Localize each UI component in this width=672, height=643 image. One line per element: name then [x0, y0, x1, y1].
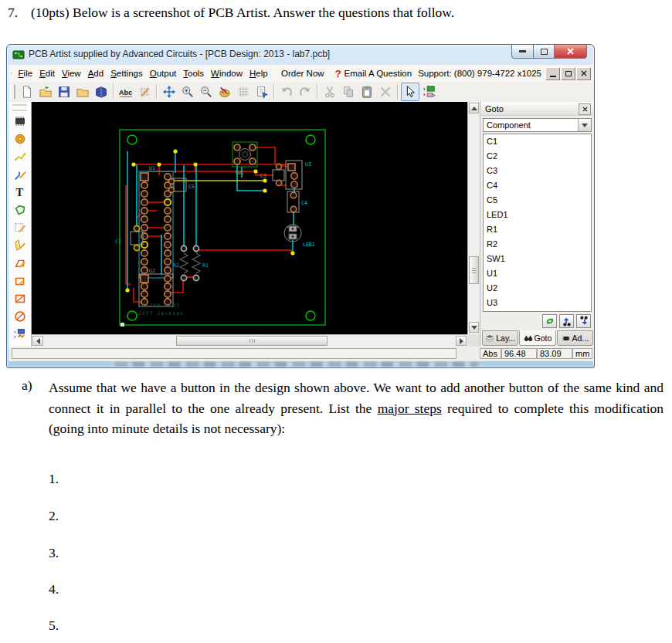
- component-listbox[interactable]: C1 C2 C3 C4 C5 LED1 R1 R2 SW1 U1 U2 U3: [483, 134, 592, 312]
- shape-rectangle-tool-icon[interactable]: [12, 272, 29, 289]
- drawing-toolbar-grip[interactable]: [12, 104, 27, 111]
- minimize-button[interactable]: [511, 45, 534, 59]
- design-properties-button[interactable]: [253, 83, 271, 101]
- menu-view[interactable]: View: [62, 69, 81, 78]
- pan-view-button[interactable]: [160, 83, 178, 101]
- left-arrow-icon: [36, 338, 40, 344]
- vertical-scrollbar[interactable]: [467, 102, 480, 334]
- status-message-field: [12, 348, 456, 359]
- menu-email-question[interactable]: Email A Question: [344, 69, 412, 78]
- pcb-label-u3: U3: [305, 161, 311, 168]
- answer-blank-1: 1.: [49, 471, 59, 487]
- menu-settings[interactable]: Settings: [110, 69, 143, 78]
- scroll-left-button[interactable]: [32, 336, 43, 346]
- list-item[interactable]: R1: [484, 222, 591, 237]
- dropdown-button[interactable]: [578, 119, 591, 131]
- menu-help[interactable]: Help: [249, 69, 268, 78]
- text-tool-icon[interactable]: T: [12, 184, 29, 200]
- mdi-minimize-button[interactable]: [545, 67, 560, 80]
- list-item[interactable]: U1: [484, 266, 591, 281]
- find-previous-button[interactable]: [559, 314, 574, 328]
- grid-edit-button[interactable]: [135, 83, 154, 101]
- list-item[interactable]: LED1: [484, 208, 591, 222]
- track-tool-icon[interactable]: [12, 166, 29, 182]
- refresh-button[interactable]: [542, 314, 557, 328]
- tab-layers[interactable]: Lay...: [482, 330, 518, 346]
- cut-button[interactable]: [321, 83, 339, 101]
- paste-button[interactable]: [358, 83, 376, 101]
- units-field: mm: [572, 348, 592, 359]
- grid-button[interactable]: [234, 83, 253, 101]
- layers-icon: [485, 334, 494, 343]
- list-item[interactable]: C2: [484, 149, 591, 164]
- open-file-button[interactable]: [36, 83, 55, 101]
- tab-add-component[interactable]: Ad...: [557, 330, 593, 346]
- right-arrow-icon: [460, 338, 463, 344]
- mdi-close-button[interactable]: [576, 67, 591, 80]
- menu-tools[interactable]: Tools: [183, 69, 204, 78]
- document-shape-tool-icon[interactable]: [12, 237, 29, 253]
- toolbar-separator: [273, 84, 275, 100]
- pcb-label-u1: U1: [149, 165, 155, 171]
- list-item[interactable]: R2: [484, 237, 591, 252]
- list-item[interactable]: C4: [484, 178, 591, 193]
- title-bar[interactable]: PCB Artist supplied by Advanced Circuits…: [7, 45, 594, 65]
- menu-window[interactable]: Window: [211, 69, 243, 78]
- keepout-rectangle-tool-icon[interactable]: [12, 290, 29, 306]
- delete-button[interactable]: [376, 83, 395, 101]
- folder-button[interactable]: [73, 83, 92, 101]
- list-item[interactable]: C3: [484, 164, 591, 178]
- connection-tool-icon[interactable]: [12, 148, 29, 164]
- zoom-out-button[interactable]: [197, 83, 216, 101]
- component-tool-icon[interactable]: [12, 113, 29, 129]
- tab-goto[interactable]: Goto: [519, 330, 555, 346]
- scroll-right-button[interactable]: [456, 336, 467, 346]
- menu-file[interactable]: File: [19, 69, 33, 78]
- redo-button[interactable]: [296, 83, 314, 101]
- colors-button[interactable]: [216, 83, 234, 101]
- board-outline-tool-icon[interactable]: [12, 201, 29, 218]
- goto-panel-buttons: [540, 314, 591, 328]
- add-component-button[interactable]: [419, 83, 438, 101]
- list-item[interactable]: C1: [484, 134, 591, 149]
- goto-type-dropdown[interactable]: Component: [483, 118, 592, 132]
- copper-pour-tool-icon[interactable]: [12, 219, 29, 235]
- menu-add[interactable]: Add: [88, 69, 104, 78]
- maximize-button[interactable]: [534, 45, 555, 59]
- scroll-up-button[interactable]: [469, 103, 479, 113]
- keepout-circle-tool-icon[interactable]: [12, 308, 29, 324]
- pcb-design-canvas[interactable]: U1 U2 C2 C5 R2 R1 SW1 U3 C3 C4 LED1 ECE3…: [32, 102, 467, 334]
- list-item[interactable]: U2: [484, 281, 591, 296]
- goto-panel-close-button[interactable]: [579, 103, 591, 115]
- text-tool-button[interactable]: Abc: [117, 83, 135, 101]
- footprint-tool-icon[interactable]: [12, 326, 29, 342]
- vertical-scroll-thumb[interactable]: [469, 256, 479, 284]
- answer-blank-4: 4.: [49, 581, 59, 597]
- close-button[interactable]: [555, 45, 587, 59]
- scroll-down-button[interactable]: [469, 322, 479, 333]
- menu-order-now[interactable]: Order Now: [281, 69, 324, 78]
- copy-button[interactable]: [339, 83, 358, 101]
- toolbar-grip[interactable]: [10, 85, 15, 99]
- coordinate-mode-field: Abs: [480, 348, 501, 359]
- zoom-in-button[interactable]: [178, 83, 197, 101]
- menu-output[interactable]: Output: [150, 69, 177, 78]
- horizontal-scrollbar[interactable]: [32, 334, 467, 347]
- list-item[interactable]: U3: [484, 296, 591, 310]
- undo-button[interactable]: [277, 83, 296, 101]
- shape-polygon-tool-icon[interactable]: [12, 255, 29, 271]
- list-item[interactable]: C5: [484, 193, 591, 208]
- list-item[interactable]: SW1: [484, 252, 591, 266]
- menu-edit[interactable]: Edit: [39, 69, 55, 78]
- mdi-restore-button[interactable]: [561, 67, 575, 80]
- new-file-button[interactable]: [18, 83, 36, 101]
- save-button[interactable]: [55, 83, 73, 101]
- find-next-button[interactable]: [576, 314, 591, 328]
- library-button[interactable]: [92, 83, 110, 101]
- tab-layers-label: Lay...: [496, 333, 515, 343]
- goto-panel-header[interactable]: Goto: [481, 102, 593, 116]
- goto-panel-title: Goto: [485, 104, 504, 113]
- horizontal-scroll-thumb[interactable]: [176, 336, 328, 346]
- select-cursor-button[interactable]: [401, 83, 419, 101]
- pad-tool-icon[interactable]: [12, 130, 29, 147]
